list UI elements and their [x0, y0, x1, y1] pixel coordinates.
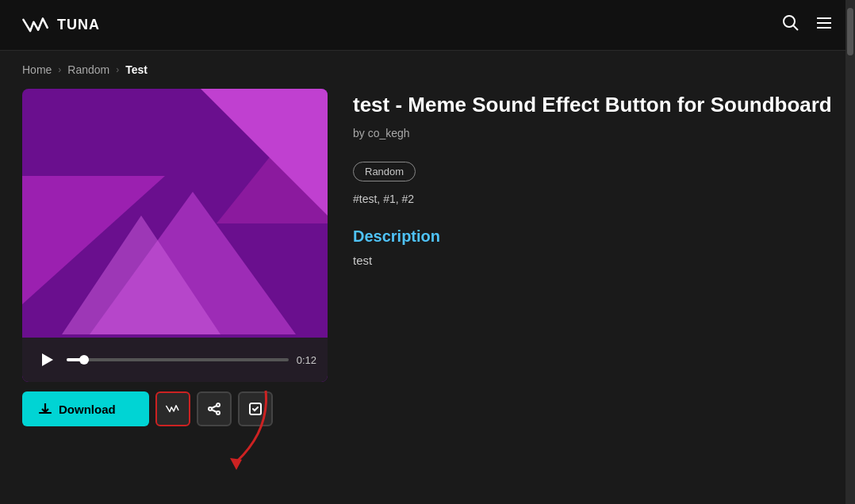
header-right: [782, 14, 833, 36]
search-icon[interactable]: [782, 14, 799, 36]
tag-badge[interactable]: Random: [353, 162, 416, 181]
scrollbar-thumb[interactable]: [847, 8, 853, 55]
logo[interactable]: TUNA: [22, 16, 100, 35]
svg-line-1: [793, 25, 798, 30]
main-content: 0:12 Download: [0, 89, 855, 426]
tuna-logo-small-icon: [166, 402, 180, 416]
download-label: Download: [59, 403, 116, 416]
svg-line-9: [212, 410, 217, 412]
logo-text: TUNA: [57, 17, 100, 33]
svg-point-7: [217, 411, 220, 414]
svg-line-8: [212, 406, 217, 408]
share-button[interactable]: [197, 391, 232, 426]
svg-marker-11: [230, 458, 242, 470]
play-icon: [42, 353, 53, 366]
share-icon: [207, 402, 221, 416]
logo-icon: [22, 16, 51, 35]
download-icon: [38, 402, 52, 416]
progress-bar[interactable]: [67, 358, 289, 361]
menu-icon[interactable]: [815, 14, 833, 36]
svg-point-5: [217, 403, 220, 407]
play-button[interactable]: [33, 347, 59, 372]
svg-point-6: [209, 407, 212, 410]
tuna-logo-button[interactable]: [155, 391, 190, 426]
edit-icon: [248, 402, 263, 416]
download-button[interactable]: Download: [22, 391, 149, 426]
description-heading: Description: [353, 227, 833, 246]
sound-author: by co_kegh: [353, 127, 833, 139]
thumbnail: 0:12: [22, 89, 328, 382]
action-buttons: Download: [22, 391, 328, 426]
breadcrumb-home[interactable]: Home: [22, 63, 52, 76]
audio-player: 0:12: [22, 338, 328, 382]
header: TUNA: [0, 0, 855, 51]
hashtags: #test, #1, #2: [353, 193, 833, 205]
right-panel: test - Meme Sound Effect Button for Soun…: [353, 89, 833, 426]
time-label: 0:12: [297, 354, 316, 366]
breadcrumb-sep-2: ›: [116, 64, 119, 75]
shape-5: [62, 216, 220, 334]
left-panel: 0:12 Download: [22, 89, 328, 426]
progress-dot: [79, 355, 89, 365]
edit-button[interactable]: [238, 391, 273, 426]
breadcrumb-current: Test: [125, 63, 148, 76]
breadcrumb-random[interactable]: Random: [67, 63, 109, 76]
author-name: co_kegh: [368, 127, 410, 139]
sound-title: test - Meme Sound Effect Button for Soun…: [353, 92, 833, 119]
svg-point-0: [784, 16, 795, 27]
scrollbar[interactable]: [845, 0, 855, 504]
author-prefix: by: [353, 127, 365, 139]
breadcrumb: Home › Random › Test: [0, 51, 855, 89]
description-text: test: [353, 254, 833, 267]
breadcrumb-sep-1: ›: [58, 64, 61, 75]
